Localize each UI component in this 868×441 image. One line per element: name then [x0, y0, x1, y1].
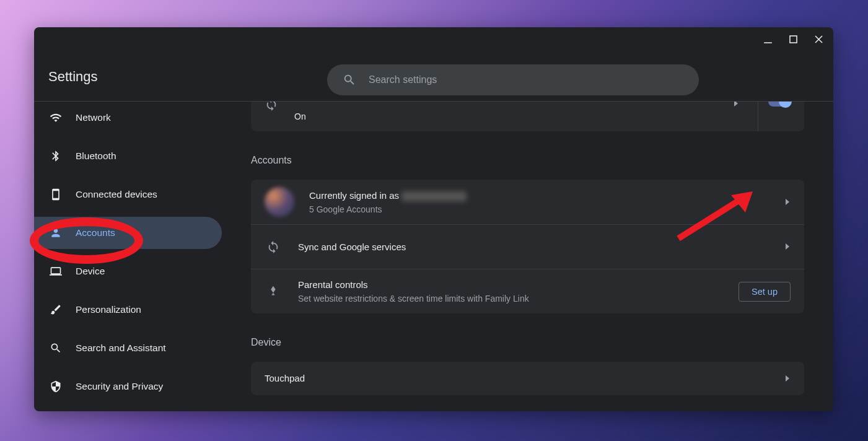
device-card: Touchpad	[251, 362, 804, 395]
sidebar-item-security-privacy[interactable]: Security and Privacy	[34, 370, 222, 403]
header: Settings	[34, 27, 833, 102]
svg-rect-0	[764, 42, 772, 43]
status-text: On	[294, 111, 306, 121]
sidebar-item-label: Accounts	[76, 227, 115, 238]
settings-window: Settings Network Bluetooth Connected dev…	[34, 27, 833, 411]
sidebar-item-label: Bluetooth	[76, 151, 116, 162]
kite-icon	[265, 285, 282, 299]
parental-sub: Set website restrictions & screen time l…	[298, 292, 739, 305]
sidebar-item-network[interactable]: Network	[34, 102, 222, 134]
toggle-switch[interactable]	[768, 102, 791, 107]
phone-icon	[48, 187, 63, 202]
wifi-icon	[48, 110, 63, 125]
sync-icon	[265, 102, 278, 111]
search-icon	[343, 73, 356, 87]
svg-rect-1	[790, 36, 797, 43]
sidebar-item-search-assistant[interactable]: Search and Assistant	[34, 332, 222, 364]
avatar	[265, 187, 294, 217]
laptop-icon	[48, 264, 63, 279]
sidebar-item-label: Security and Privacy	[76, 381, 163, 392]
main-content: On Accounts Currently signed in as 5 Goo…	[222, 102, 833, 411]
parental-controls-row[interactable]: Parental controls Set website restrictio…	[251, 269, 804, 313]
close-icon[interactable]	[813, 33, 825, 45]
sidebar-item-label: Connected devices	[76, 189, 157, 200]
sidebar-item-bluetooth[interactable]: Bluetooth	[34, 140, 222, 172]
chevron-right-icon	[784, 374, 791, 383]
accounts-card: Currently signed in as 5 Google Accounts…	[251, 180, 804, 313]
section-title-device: Device	[251, 337, 804, 348]
search-box[interactable]	[327, 64, 699, 95]
chevron-right-icon	[733, 102, 739, 109]
partial-sync-row[interactable]: On	[251, 102, 804, 131]
signed-in-row[interactable]: Currently signed in as 5 Google Accounts	[251, 180, 804, 224]
search-input[interactable]	[369, 74, 678, 85]
page-title: Settings	[48, 69, 98, 85]
signed-in-sub: 5 Google Accounts	[309, 203, 784, 216]
setup-button[interactable]: Set up	[739, 282, 791, 302]
sidebar-item-label: Device	[76, 266, 105, 277]
sidebar-item-accounts[interactable]: Accounts	[34, 217, 222, 249]
sidebar-item-label: Search and Assistant	[76, 343, 166, 354]
sidebar-item-device[interactable]: Device	[34, 255, 222, 287]
sidebar-item-personalization[interactable]: Personalization	[34, 294, 222, 326]
sidebar-item-connected-devices[interactable]: Connected devices	[34, 178, 222, 211]
sync-label: Sync and Google services	[298, 240, 784, 255]
sidebar: Network Bluetooth Connected devices Acco…	[34, 102, 222, 411]
sidebar-item-label: Personalization	[76, 304, 141, 315]
maximize-icon[interactable]	[787, 33, 799, 45]
signed-in-label: Currently signed in as	[309, 188, 784, 203]
minimize-icon[interactable]	[762, 33, 774, 45]
chevron-right-icon	[784, 242, 791, 251]
sync-icon	[265, 240, 282, 254]
chevron-right-icon	[784, 198, 791, 207]
search-icon	[48, 341, 63, 356]
touchpad-label: Touchpad	[265, 371, 784, 386]
shield-icon	[48, 379, 63, 394]
person-icon	[48, 225, 63, 240]
sidebar-item-label: Network	[76, 112, 111, 123]
redacted-name	[401, 191, 467, 201]
touchpad-row[interactable]: Touchpad	[251, 362, 804, 395]
brush-icon	[48, 302, 63, 317]
sync-services-row[interactable]: Sync and Google services	[251, 224, 804, 269]
parental-title: Parental controls	[298, 277, 739, 292]
section-title-accounts: Accounts	[251, 155, 804, 166]
bluetooth-icon	[48, 149, 63, 164]
